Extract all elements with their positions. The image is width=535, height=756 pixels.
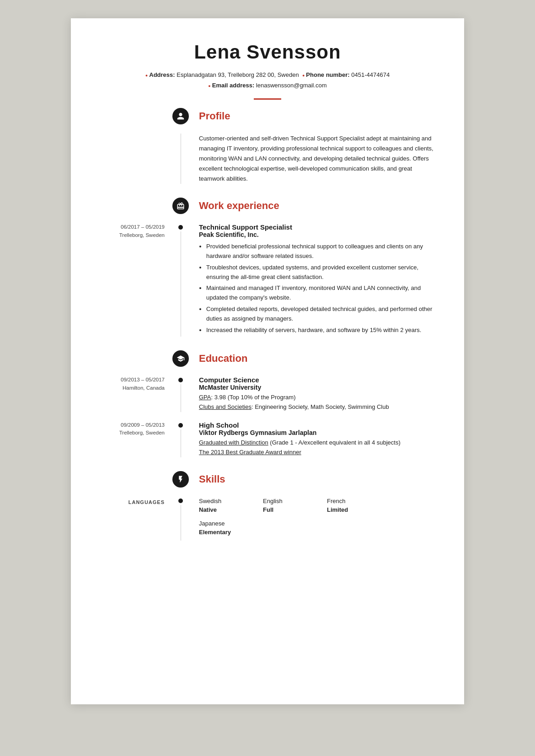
job-entry: 06/2017 – 05/2019 Trelleborg, Sweden Tec… bbox=[98, 223, 437, 337]
profile-section-header: Profile bbox=[98, 108, 437, 124]
resume-document: Lena Svensson ●Address: Esplanadgatan 93… bbox=[71, 18, 464, 704]
job-bullet-4: Completed detailed reports, developed de… bbox=[206, 305, 437, 324]
edu-date-1: 09/2013 – 05/2017 Hamilton, Canada bbox=[98, 376, 165, 392]
skills-content: LANGUAGES Swedish Native English Full bbox=[98, 497, 437, 541]
education-title: Education bbox=[199, 353, 247, 365]
phone-value: 0451-4474674 bbox=[351, 71, 390, 78]
lang-english: English Full bbox=[263, 497, 300, 515]
candidate-name: Lena Svensson bbox=[98, 41, 437, 63]
work-icon bbox=[172, 198, 189, 214]
lang-english-level: Full bbox=[263, 505, 300, 515]
degree-1: Computer Science bbox=[199, 376, 437, 384]
job-bullet-3: Maintained and managed IT inventory, mon… bbox=[206, 284, 437, 303]
profile-content: Customer-oriented and self-driven Techni… bbox=[98, 134, 437, 184]
lang-japanese: Japanese Elementary bbox=[199, 519, 235, 537]
graduated-label: Graduated with Distinction bbox=[199, 439, 268, 446]
skills-title: Skills bbox=[199, 473, 225, 485]
lang-swedish-level: Native bbox=[199, 505, 235, 515]
job-bullet-2: Troubleshot devices, updated systems, an… bbox=[206, 263, 437, 282]
gpa-label: GPA bbox=[199, 394, 211, 401]
skills-section-header: Skills bbox=[98, 471, 437, 488]
languages-row-2: Japanese Elementary bbox=[199, 519, 437, 537]
lang-japanese-level: Elementary bbox=[199, 528, 235, 537]
work-title: Work experience bbox=[199, 200, 279, 212]
skills-bullet bbox=[178, 499, 183, 503]
lang-french: French Limited bbox=[327, 497, 364, 515]
job-bullets: Provided beneficial professional technic… bbox=[199, 242, 437, 335]
languages-row-1: Swedish Native English Full French Limit… bbox=[199, 497, 437, 515]
degree-2: High School bbox=[199, 421, 437, 429]
phone-dot: ● bbox=[302, 73, 305, 78]
languages-label: LANGUAGES bbox=[98, 499, 165, 506]
email-label: Email address: bbox=[212, 82, 255, 89]
address-label: Address: bbox=[149, 71, 175, 78]
job-bullet bbox=[178, 225, 183, 230]
job-title: Technical Support Specialist bbox=[199, 223, 437, 231]
profile-title: Profile bbox=[199, 110, 230, 122]
main-body: Profile Customer-oriented and self-drive… bbox=[98, 108, 437, 541]
job-bullet-1: Provided beneficial professional technic… bbox=[206, 242, 437, 261]
email-value: lenaswensson@gmail.com bbox=[256, 82, 327, 89]
address-value: Esplanadgatan 93, Trelleborg 282 00, Swe… bbox=[177, 71, 299, 78]
skills-icon bbox=[172, 471, 189, 488]
resume-header: Lena Svensson ●Address: Esplanadgatan 93… bbox=[98, 41, 437, 100]
address-dot: ● bbox=[145, 73, 148, 78]
lang-french-level: Limited bbox=[327, 505, 364, 515]
edu-date-2: 09/2009 – 05/2013 Trelleborg, Sweden bbox=[98, 421, 165, 437]
phone-label: Phone number: bbox=[306, 71, 349, 78]
profile-vline bbox=[171, 134, 190, 184]
job-date: 06/2017 – 05/2019 Trelleborg, Sweden bbox=[98, 223, 165, 239]
profile-icon bbox=[172, 108, 189, 124]
clubs-value: : Engineering Society, Math Society, Swi… bbox=[251, 403, 389, 410]
edu-bullet-1 bbox=[178, 378, 183, 382]
edu-bullet-2 bbox=[178, 423, 183, 428]
school-2: Viktor Rydbergs Gymnasium Jarlaplan bbox=[199, 429, 437, 436]
school-1: McMaster University bbox=[199, 384, 437, 391]
gpa-detail: GPA: 3.98 (Top 10% of the Program) bbox=[199, 393, 437, 402]
profile-text: Customer-oriented and self-driven Techni… bbox=[199, 134, 437, 184]
graduated-value: (Grade 1 - A/excellent equivalent in all… bbox=[268, 439, 401, 446]
edu-entry-1: 09/2013 – 05/2017 Hamilton, Canada Compu… bbox=[98, 376, 437, 412]
contact-info: ●Address: Esplanadgatan 93, Trelleborg 2… bbox=[98, 70, 437, 91]
graduated-detail: Graduated with Distinction (Grade 1 - A/… bbox=[199, 438, 437, 448]
edu-entry-2: 09/2009 – 05/2013 Trelleborg, Sweden Hig… bbox=[98, 421, 437, 457]
header-divider bbox=[254, 98, 281, 100]
clubs-label: Clubs and Societies bbox=[199, 403, 251, 410]
clubs-detail: Clubs and Societies: Engineering Society… bbox=[199, 402, 437, 412]
lang-swedish: Swedish Native bbox=[199, 497, 235, 515]
award-detail: The 2013 Best Graduate Award winner bbox=[199, 448, 437, 457]
award-text: The 2013 Best Graduate Award winner bbox=[199, 449, 301, 456]
education-section-header: Education bbox=[98, 350, 437, 367]
gpa-value: : 3.98 (Top 10% of the Program) bbox=[211, 394, 296, 401]
work-section-header: Work experience bbox=[98, 198, 437, 214]
education-icon bbox=[172, 350, 189, 367]
job-bullet-5: Increased the reliability of servers, ha… bbox=[206, 326, 437, 335]
company-name: Peak Scientific, Inc. bbox=[199, 231, 437, 238]
email-dot: ● bbox=[208, 84, 210, 88]
